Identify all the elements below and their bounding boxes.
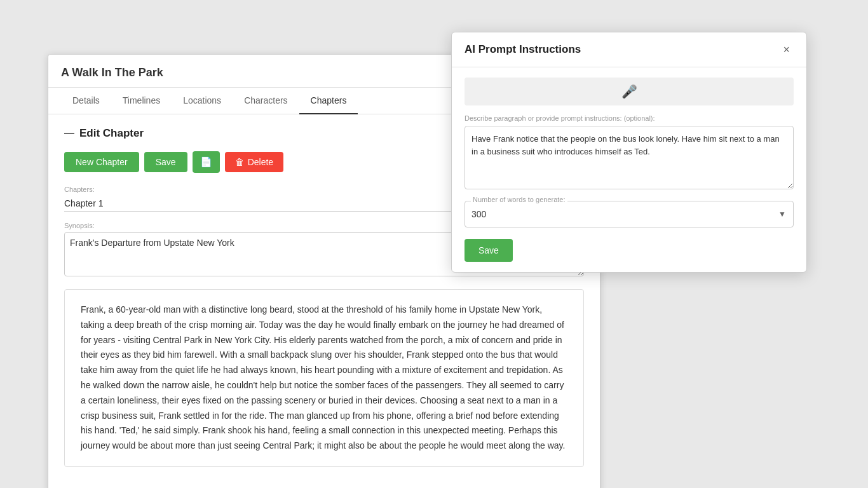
tab-details[interactable]: Details xyxy=(61,88,111,114)
ai-save-button[interactable]: Save xyxy=(465,239,513,262)
trash-icon: 🗑 xyxy=(235,157,244,167)
prompt-textarea[interactable] xyxy=(465,126,794,189)
file-icon: 📄 xyxy=(200,156,212,168)
story-text-box[interactable]: Frank, a 60-year-old man with a distinct… xyxy=(64,289,584,467)
delete-button[interactable]: 🗑 Delete xyxy=(225,152,283,172)
tab-chapters[interactable]: Chapters xyxy=(299,88,358,114)
ai-modal: AI Prompt Instructions × 🎤 Describe para… xyxy=(451,32,807,273)
tab-timelines[interactable]: Timelines xyxy=(111,88,172,114)
export-button[interactable]: 📄 xyxy=(193,151,220,173)
save-button[interactable]: Save xyxy=(144,152,187,172)
tab-locations[interactable]: Locations xyxy=(172,88,233,114)
words-field-wrapper: Number of words to generate: 100 200 300… xyxy=(465,201,794,227)
ai-modal-header: AI Prompt Instructions × xyxy=(452,32,806,67)
ai-modal-close-button[interactable]: × xyxy=(779,43,794,57)
ai-modal-title: AI Prompt Instructions xyxy=(465,43,581,56)
microphone-icon: 🎤 xyxy=(621,84,637,99)
tab-characters[interactable]: Characters xyxy=(233,88,299,114)
ai-modal-body: 🎤 Describe paragraph or provide prompt i… xyxy=(452,67,806,272)
section-title: Edit Chapter xyxy=(79,127,144,140)
microphone-bar[interactable]: 🎤 xyxy=(465,78,794,105)
minus-icon: — xyxy=(64,128,74,139)
prompt-field-label: Describe paragraph or provide prompt ins… xyxy=(465,114,794,122)
new-chapter-button[interactable]: New Chapter xyxy=(64,152,139,172)
words-select[interactable]: 100 200 300 400 500 xyxy=(465,201,794,227)
words-field-label: Number of words to generate: xyxy=(471,196,567,203)
